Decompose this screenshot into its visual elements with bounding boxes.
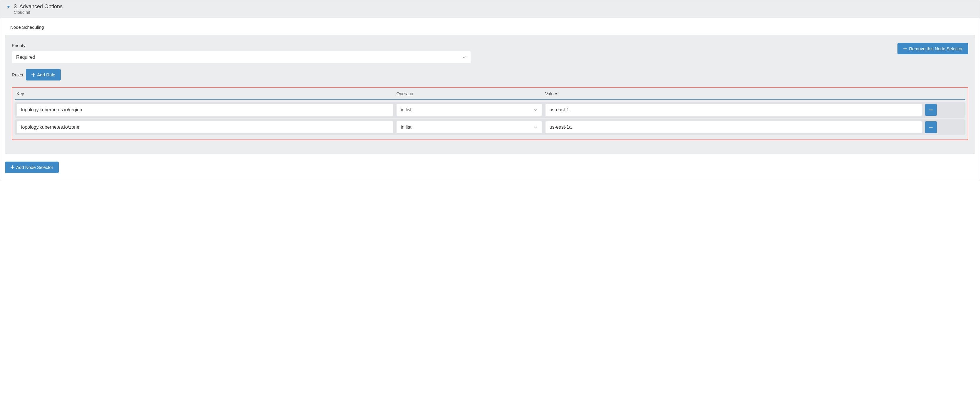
rule-operator-value: in list <box>401 124 533 130</box>
minus-icon <box>903 47 907 51</box>
chevron-down-icon <box>533 108 538 112</box>
minus-icon <box>929 125 933 129</box>
expand-toggle-icon[interactable] <box>7 5 10 8</box>
remove-node-selector-button[interactable]: Remove this Node Selector <box>897 43 968 54</box>
plus-icon <box>32 73 35 77</box>
column-values: Values <box>545 91 922 96</box>
rule-values-input[interactable] <box>545 104 922 116</box>
advanced-options-panel: 3. Advanced Options CloudInit Node Sched… <box>0 0 980 181</box>
priority-value: Required <box>16 55 462 60</box>
panel-title: 3. Advanced Options <box>14 3 62 10</box>
add-rule-label: Add Rule <box>37 72 55 77</box>
column-operator: Operator <box>396 91 542 96</box>
priority-select[interactable]: Required <box>12 51 471 64</box>
panel-body: Node Scheduling Priority Required <box>0 18 980 181</box>
remove-rule-button[interactable] <box>925 121 937 133</box>
add-rule-button[interactable]: Add Rule <box>26 69 61 81</box>
svg-marker-0 <box>7 6 10 8</box>
rule-row: in list <box>15 119 965 135</box>
remove-rule-button[interactable] <box>925 104 937 116</box>
section-title: Node Scheduling <box>10 25 975 30</box>
rule-operator-select[interactable]: in list <box>396 104 542 116</box>
plus-icon <box>11 166 14 169</box>
add-node-selector-label: Add Node Selector <box>16 165 53 170</box>
rule-row: in list <box>15 102 965 118</box>
rule-key-input[interactable] <box>16 104 393 116</box>
chevron-down-icon <box>533 125 538 129</box>
rule-key-input[interactable] <box>16 121 393 134</box>
rules-label: Rules <box>12 72 23 77</box>
rule-operator-value: in list <box>401 107 533 113</box>
rules-table: Key Operator Values in listin list <box>12 87 968 140</box>
panel-subtitle: CloudInit <box>14 10 62 15</box>
rule-operator-select[interactable]: in list <box>396 121 542 134</box>
minus-icon <box>929 108 933 112</box>
svg-rect-2 <box>929 110 933 110</box>
svg-rect-1 <box>903 48 907 49</box>
add-node-selector-button[interactable]: Add Node Selector <box>5 162 59 173</box>
chevron-down-icon <box>462 55 466 60</box>
panel-header[interactable]: 3. Advanced Options CloudInit <box>0 0 980 18</box>
priority-label: Priority <box>12 43 471 48</box>
column-key: Key <box>16 91 393 96</box>
rule-values-input[interactable] <box>545 121 922 134</box>
rules-table-header: Key Operator Values <box>15 89 965 100</box>
svg-rect-3 <box>929 127 933 127</box>
remove-node-selector-label: Remove this Node Selector <box>909 46 963 51</box>
node-selector-panel: Priority Required Remove this Node Selec… <box>5 35 975 154</box>
